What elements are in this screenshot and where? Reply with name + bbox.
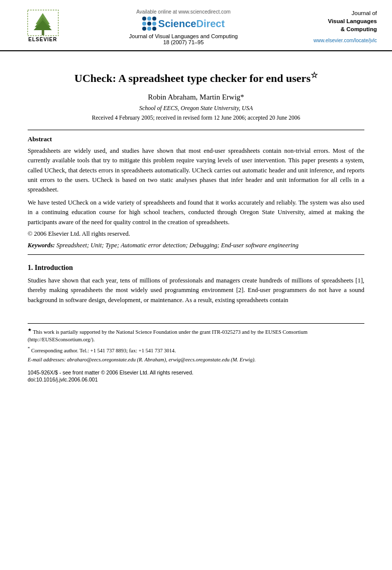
footnote-star: ★ This work is partially supported by th… <box>28 327 364 344</box>
keywords: Keywords: Spreadsheet; Unit; Type; Autom… <box>28 242 364 249</box>
footnote-star-symbol: ★ <box>28 327 32 332</box>
sd-dot-7 <box>142 27 146 31</box>
elsevier-logo-area: ELSEVIER <box>15 9 70 42</box>
elsevier-logo: ELSEVIER <box>27 9 59 42</box>
received-text: Received 4 February 2005; received in re… <box>92 115 301 121</box>
received-dates: Received 4 February 2005; received in re… <box>28 115 364 121</box>
available-online-text: Available online at www.sciencedirect.co… <box>75 9 291 15</box>
elsevier-tree-icon <box>27 9 59 37</box>
doi-text: doi:10.1016/j.jvlc.2006.06.001 <box>28 376 364 383</box>
footnote-asterisk-symbol: * <box>28 346 30 351</box>
abstract-p1-text: Spreadsheets are widely used, and studie… <box>28 146 364 195</box>
journal-title-line1: Journal of <box>351 10 377 16</box>
journal-name-center: Journal of Visual Languages and Computin… <box>75 33 291 39</box>
sciencedirect-area: Available online at www.sciencedirect.co… <box>70 9 297 45</box>
sd-dot-9 <box>152 27 156 31</box>
sd-dot-6 <box>152 22 156 26</box>
main-content: UCheck: A spreadsheet type checker for e… <box>0 51 392 315</box>
footnote-corresponding-text: Corresponding author. Tel.: +1 541 737 8… <box>31 348 176 353</box>
journal-url[interactable]: www.elsevier.com/locate/jvlc <box>314 38 377 43</box>
footnotes: ★ This work is partially supported by th… <box>0 324 392 364</box>
journal-title-line2: Visual Languages <box>328 18 377 24</box>
page: ELSEVIER Available online at www.science… <box>0 0 392 570</box>
sd-dot-2 <box>147 17 151 21</box>
article-title-text: UCheck: A spreadsheet type checker for e… <box>74 72 311 84</box>
header: ELSEVIER Available online at www.science… <box>0 0 392 51</box>
sd-dot-1 <box>142 17 146 21</box>
keywords-text: Spreadsheet; Unit; Type; Automatic error… <box>56 242 299 249</box>
sd-dot-5 <box>147 22 151 26</box>
affiliation-text: School of EECS, Oregon State University,… <box>139 105 253 112</box>
journal-title-line3: & Computing <box>341 26 377 32</box>
sd-dot-4 <box>142 22 146 26</box>
article-title: UCheck: A spreadsheet type checker for e… <box>28 70 364 86</box>
star-symbol: ☆ <box>311 71 318 79</box>
abstract-paragraph-1: Spreadsheets are widely used, and studie… <box>28 146 364 227</box>
journal-volume: 18 (2007) 71–95 <box>75 39 291 45</box>
sd-dot-3 <box>152 17 156 21</box>
page-info: 1045-926X/$ - see front matter © 2006 El… <box>0 365 392 385</box>
intro-title: 1. Introduction <box>28 264 364 272</box>
authors-text: Robin Abraham, Martin Erwig* <box>148 93 244 101</box>
journal-title-box-area: Journal of Visual Languages & Computing … <box>297 9 377 44</box>
abstract-title: Abstract <box>28 135 364 143</box>
svg-rect-0 <box>42 30 44 35</box>
copyright-text: © 2006 Elsevier Ltd. All rights reserved… <box>28 230 364 238</box>
footnote-star-text: This work is partially supported by the … <box>28 329 308 343</box>
intro-paragraph: Studies have shown that each year, tens … <box>28 276 364 305</box>
abstract-p2-text: We have tested UCheck on a wide variety … <box>28 198 364 227</box>
sciencedirect-text: ScienceDirect <box>158 18 225 30</box>
issn-text: 1045-926X/$ - see front matter © 2006 El… <box>28 369 364 375</box>
footnote-email-text: E-mail addresses: abraharo@eecs.oregonst… <box>28 357 256 362</box>
sciencedirect-logo: ScienceDirect <box>75 17 291 31</box>
footnote-email: E-mail addresses: abraharo@eecs.oregonst… <box>28 356 364 364</box>
abstract-section: Abstract Spreadsheets are widely used, a… <box>28 135 364 249</box>
authors: Robin Abraham, Martin Erwig* <box>28 93 364 102</box>
journal-link[interactable]: www.elsevier.com/locate/jvlc <box>297 36 377 44</box>
abstract-divider-bottom <box>28 254 364 255</box>
keywords-label: Keywords: <box>28 242 55 249</box>
sd-dot-8 <box>147 27 151 31</box>
elsevier-text: ELSEVIER <box>28 37 57 42</box>
sd-dots-icon <box>142 17 156 31</box>
abstract-divider-top <box>28 130 364 130</box>
footnote-corresponding: * Corresponding author. Tel.: +1 541 737… <box>28 345 364 354</box>
sd-icon: ScienceDirect <box>142 17 225 31</box>
journal-title-box: Journal of Visual Languages & Computing <box>297 9 377 33</box>
introduction-section: 1. Introduction Studies have shown that … <box>28 264 364 305</box>
affiliation: School of EECS, Oregon State University,… <box>28 105 364 112</box>
